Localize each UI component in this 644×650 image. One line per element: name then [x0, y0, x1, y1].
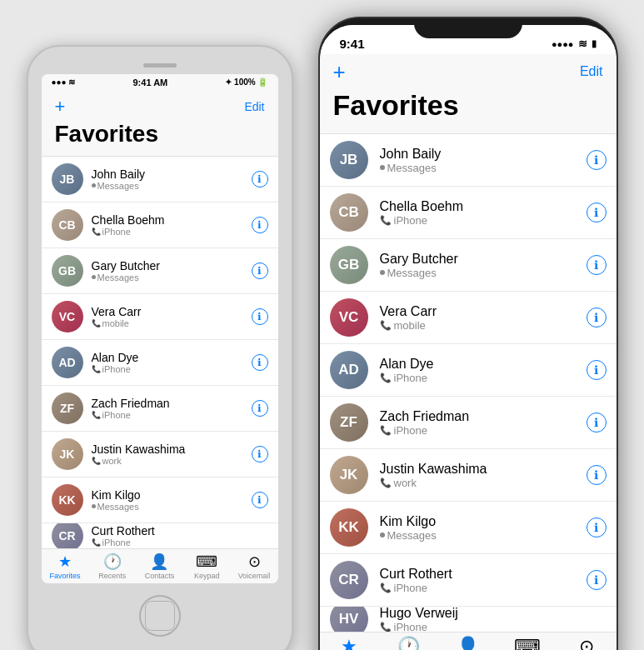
x-contact-row-kim[interactable]: KK Kim Kilgo Messages ℹ: [320, 502, 617, 554]
phone-icon: 📞: [380, 478, 392, 488]
info-button-john[interactable]: ℹ: [252, 171, 268, 188]
tab-label-keypad: Keypad: [194, 572, 220, 580]
x-info-button-justin[interactable]: ℹ: [587, 465, 607, 485]
x-tab-favorites[interactable]: ★ Favorites: [320, 636, 379, 650]
x-contact-sub-kim: Messages: [380, 529, 587, 542]
home-button[interactable]: [139, 595, 181, 637]
contact-name-chella: Chella Boehm: [92, 213, 252, 227]
contact-sub-text-john: Messages: [97, 181, 139, 191]
phone-icon: 📞: [380, 215, 392, 226]
x-contact-row-zach[interactable]: ZF Zach Friedman 📞 iPhone ℹ: [320, 397, 617, 449]
x-contact-name-zach: Zach Friedman: [380, 409, 587, 424]
header-row: + Edit: [55, 98, 265, 116]
info-button-alan[interactable]: ℹ: [252, 354, 268, 371]
x-contact-sub-text-alan: iPhone: [394, 372, 427, 384]
info-button-chella[interactable]: ℹ: [252, 217, 268, 233]
page-container: ●●● ≋ 9:41 AM ✦ 100% 🔋 + Edit Favorites …: [27, 17, 618, 650]
x-contact-sub-text-john: Messages: [387, 162, 437, 174]
contact-row-justin[interactable]: JK Justin Kawashima 📞 work ℹ: [42, 432, 278, 478]
x-contact-info-curt: Curt Rothert 📞 iPhone: [380, 567, 587, 594]
x-avatar-kim: KK: [330, 508, 368, 547]
x-contact-sub-john: Messages: [380, 162, 587, 174]
avatar-initials-alan: AD: [58, 356, 75, 369]
x-add-button[interactable]: +: [333, 61, 346, 82]
x-contact-info-chella: Chella Boehm 📞 iPhone: [380, 199, 587, 227]
x-tab-bar: ★ Favorites 🕐 Recents 👤 Contacts ⌨ Keypa…: [320, 632, 617, 650]
contact-name-john: John Baily: [92, 168, 252, 181]
x-tab-recents[interactable]: 🕐 Recents: [379, 636, 438, 650]
x-header-row: + Edit: [333, 61, 603, 82]
tab-favorites[interactable]: ★ Favorites: [42, 552, 89, 580]
x-contact-name-vera: Vera Carr: [380, 304, 587, 319]
x-battery-icon: ▮: [592, 38, 597, 49]
x-info-button-kim[interactable]: ℹ: [587, 518, 607, 538]
x-info-button-john[interactable]: ℹ: [587, 150, 607, 170]
x-contact-info-john: John Baily Messages: [380, 147, 587, 174]
x-contact-row-gary[interactable]: GB Gary Butcher Messages ℹ: [320, 239, 617, 292]
avatar-initials-justin: JK: [60, 448, 75, 461]
tab-keypad[interactable]: ⌨ Keypad: [183, 552, 231, 580]
x-contact-row-alan[interactable]: AD Alan Dye 📞 iPhone ℹ: [320, 344, 617, 397]
contact-row-curt[interactable]: CR Curt Rothert 📞 iPhone: [42, 523, 278, 548]
x-tab-keypad[interactable]: ⌨ Keypad: [497, 636, 557, 650]
tab-recents[interactable]: 🕐 Recents: [88, 552, 136, 580]
x-contact-row-chella[interactable]: CB Chella Boehm 📞 iPhone ℹ: [320, 187, 617, 239]
info-button-kim[interactable]: ℹ: [252, 492, 268, 508]
contact-row-chella[interactable]: CB Chella Boehm 📞 iPhone ℹ: [42, 202, 278, 248]
contact-info-kim: Kim Kilgo Messages: [92, 488, 252, 512]
x-contact-info-vera: Vera Carr 📞 mobile: [380, 304, 587, 332]
tab-contacts[interactable]: 👤 Contacts: [136, 552, 183, 580]
x-info-button-vera[interactable]: ℹ: [587, 308, 607, 328]
avatar-initials-vera: VC: [59, 310, 75, 323]
avatar-initials-curt: CR: [58, 529, 75, 542]
avatar-initials-john: JB: [60, 172, 75, 186]
contact-row-zach[interactable]: ZF Zach Friedman 📞 iPhone ℹ: [42, 386, 278, 432]
contact-info-john: John Baily Messages: [92, 168, 252, 191]
contact-row-vera[interactable]: VC Vera Carr 📞 mobile ℹ: [42, 294, 278, 340]
x-contact-info-justin: Justin Kawashima 📞 work: [380, 462, 587, 489]
avatar-zach: ZF: [52, 392, 83, 424]
contact-info-chella: Chella Boehm 📞 iPhone: [92, 213, 252, 237]
contact-row-gary[interactable]: GB Gary Butcher Messages ℹ: [42, 248, 278, 294]
x-info-button-curt[interactable]: ℹ: [587, 570, 607, 590]
x-avatar-justin: JK: [330, 456, 368, 494]
contact-sub-text-alan: iPhone: [102, 364, 131, 374]
avatar-chella: CB: [52, 209, 83, 241]
add-button[interactable]: +: [55, 98, 66, 116]
tab-icon-recents: 🕐: [103, 552, 122, 571]
iphone-x: 9:41 ●●●● ≋ ▮ + Edit Favorites: [318, 17, 618, 650]
x-contact-sub-alan: 📞 iPhone: [380, 372, 587, 384]
avatar-justin: JK: [52, 438, 83, 470]
tab-voicemail[interactable]: ⊙ Voicemail: [231, 552, 278, 580]
x-info-button-zach[interactable]: ℹ: [587, 412, 607, 432]
info-button-justin[interactable]: ℹ: [252, 446, 268, 462]
contact-row-alan[interactable]: AD Alan Dye 📞 iPhone ℹ: [42, 340, 278, 386]
edit-button[interactable]: Edit: [244, 100, 264, 113]
x-contact-row-curt[interactable]: CR Curt Rothert 📞 iPhone ℹ: [320, 554, 617, 607]
x-contact-row-john[interactable]: JB John Baily Messages ℹ: [320, 134, 617, 187]
x-contact-sub-curt: 📞 iPhone: [380, 582, 587, 594]
x-contact-sub-vera: 📞 mobile: [380, 319, 587, 332]
info-button-zach[interactable]: ℹ: [252, 400, 268, 417]
contact-sub-alan: 📞 iPhone: [92, 364, 252, 374]
x-tab-voicemail[interactable]: ⊙ Voicemail: [557, 636, 616, 650]
x-info-button-alan[interactable]: ℹ: [587, 360, 607, 380]
tab-icon-contacts: 👤: [150, 552, 168, 571]
x-tab-contacts[interactable]: 👤 Contacts: [438, 636, 497, 650]
x-info-button-chella[interactable]: ℹ: [587, 202, 607, 222]
x-edit-button[interactable]: Edit: [580, 64, 603, 79]
status-time: 9:41 AM: [132, 78, 167, 88]
avatar-initials-kim: KK: [58, 493, 75, 507]
contact-sub-chella: 📞 iPhone: [92, 227, 252, 237]
x-contact-row-justin[interactable]: JK Justin Kawashima 📞 work ℹ: [320, 449, 617, 502]
x-contact-row-vera[interactable]: VC Vera Carr 📞 mobile ℹ: [320, 292, 617, 344]
contact-row-john[interactable]: JB John Baily Messages ℹ: [42, 157, 278, 202]
notch-area: [320, 18, 617, 25]
contact-row-kim[interactable]: KK Kim Kilgo Messages ℹ: [42, 478, 278, 523]
x-contact-row-hugo[interactable]: HV Hugo Verweij 📞 iPhone: [320, 607, 617, 632]
x-contact-name-chella: Chella Boehm: [380, 199, 587, 214]
x-avatar-john: JB: [330, 141, 368, 179]
info-button-vera[interactable]: ℹ: [252, 308, 268, 325]
info-button-gary[interactable]: ℹ: [252, 262, 268, 279]
x-info-button-gary[interactable]: ℹ: [587, 255, 607, 275]
